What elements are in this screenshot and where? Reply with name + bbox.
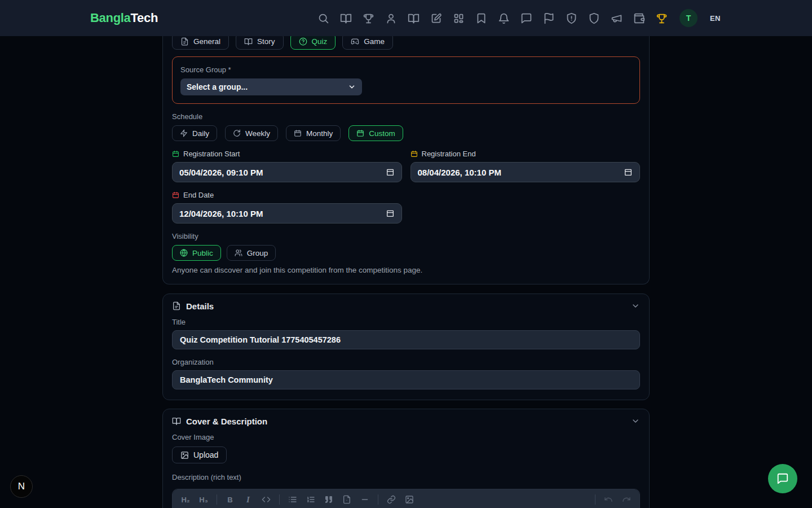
language-selector[interactable]: EN [710, 14, 721, 23]
brand-logo[interactable]: BanglaTech [90, 11, 158, 25]
heading2-button[interactable]: H₂ [177, 492, 194, 507]
title-value: Quiz Competition Tutorial 1775405457286 [180, 335, 341, 344]
title-input[interactable]: Quiz Competition Tutorial 1775405457286 [172, 330, 640, 349]
schedule-daily-label: Daily [192, 129, 209, 138]
calendar-icon [294, 129, 302, 137]
registration-start-input[interactable]: 05/04/2026, 09:10 PM [172, 162, 402, 182]
title-label: Title [172, 318, 640, 326]
chat-bubble-icon [776, 472, 789, 485]
globe-icon [180, 249, 188, 257]
file-text-icon [172, 301, 181, 310]
code-block-button[interactable] [338, 492, 355, 507]
schedule-custom-button[interactable]: Custom [348, 125, 403, 141]
ordered-list-button[interactable] [302, 492, 319, 507]
calendar-icon [411, 150, 418, 157]
date-picker-icon[interactable] [386, 168, 395, 177]
organization-input[interactable]: BanglaTech Community [172, 370, 640, 389]
source-group-error-box: Source Group * Select a group... [172, 56, 640, 104]
undo-button[interactable] [600, 492, 617, 507]
visibility-public-button[interactable]: Public [172, 245, 221, 261]
registration-end-value: 08/04/2026, 10:10 PM [418, 168, 501, 177]
end-date-input[interactable]: 12/04/2026, 10:10 PM [172, 203, 402, 224]
tab-story-label: Story [257, 37, 275, 46]
date-picker-icon[interactable] [624, 168, 633, 177]
visibility-label: Visibility [172, 232, 640, 240]
shield-icon[interactable] [588, 12, 600, 24]
details-section-header[interactable]: Details [172, 294, 640, 318]
trophy-active-icon[interactable] [656, 12, 668, 24]
details-card: Details Title Quiz Competition Tutorial … [162, 294, 650, 400]
chat-fab-button[interactable] [768, 464, 797, 493]
chevron-down-icon[interactable] [631, 417, 640, 426]
schedule-custom-label: Custom [369, 129, 395, 138]
registration-start-value: 05/04/2026, 09:10 PM [179, 168, 263, 177]
registration-end-input[interactable]: 08/04/2026, 10:10 PM [411, 162, 641, 182]
upload-button-label: Upload [193, 450, 218, 459]
navbar-icons: T EN [317, 9, 721, 27]
link-button[interactable] [383, 492, 400, 507]
library-icon[interactable] [408, 12, 420, 24]
source-group-select[interactable]: Select a group... [180, 78, 362, 95]
schedule-daily-button[interactable]: Daily [172, 125, 217, 141]
main-content: General Story Quiz Game Source Group * S… [162, 0, 650, 508]
shield-alert-icon[interactable] [566, 12, 577, 24]
refresh-icon [233, 129, 241, 137]
heading3-button[interactable]: H₃ [195, 492, 212, 507]
schedule-monthly-button[interactable]: Monthly [286, 125, 341, 141]
book-open-icon [172, 417, 181, 426]
bold-button[interactable]: B [222, 492, 239, 507]
layout-grid-icon[interactable] [453, 12, 465, 24]
calendar-icon [172, 150, 179, 157]
tab-quiz-label: Quiz [312, 37, 328, 46]
cover-description-card: Cover & Description Cover Image Upload D… [162, 409, 650, 508]
chevron-down-icon[interactable] [631, 301, 640, 310]
brand-logo-part1: Bangla [90, 11, 131, 25]
schedule-weekly-button[interactable]: Weekly [225, 125, 278, 141]
bell-icon[interactable] [498, 12, 510, 24]
cover-section-header[interactable]: Cover & Description [172, 409, 640, 433]
tab-general-label: General [193, 37, 220, 46]
redo-button[interactable] [618, 492, 635, 507]
end-date-label: End Date [183, 191, 214, 199]
tab-game-label: Game [364, 37, 385, 46]
search-icon[interactable] [317, 12, 329, 24]
visibility-group-button[interactable]: Group [227, 245, 276, 261]
brand-logo-part2: Tech [131, 11, 158, 25]
registration-dates-row: Registration Start 05/04/2026, 09:10 PM … [172, 150, 640, 182]
schedule-options: Daily Weekly Monthly Custom [172, 125, 640, 141]
wallet-icon[interactable] [633, 12, 645, 24]
chat-icon[interactable] [520, 12, 532, 24]
code-button[interactable] [258, 492, 275, 507]
user-avatar[interactable]: T [679, 9, 698, 27]
zap-icon [180, 129, 188, 137]
top-navbar: BanglaTech [0, 0, 812, 36]
megaphone-icon[interactable] [611, 12, 623, 24]
bullet-list-button[interactable] [284, 492, 301, 507]
toolbar-divider [595, 494, 595, 505]
end-date-row: End Date 12/04/2026, 10:10 PM [172, 191, 640, 224]
edit-icon[interactable] [430, 12, 442, 24]
italic-button[interactable]: I [240, 492, 257, 507]
date-picker-icon[interactable] [386, 209, 395, 218]
book-open-icon[interactable] [340, 12, 352, 24]
gamepad-icon [351, 37, 359, 46]
source-group-label: Source Group * [180, 65, 632, 74]
nextjs-dev-badge[interactable]: N [10, 475, 33, 498]
flag-icon[interactable] [543, 12, 555, 24]
image-icon [180, 451, 189, 459]
blockquote-button[interactable] [320, 492, 337, 507]
users-icon [235, 249, 242, 257]
details-section-title: Details [186, 301, 214, 311]
horizontal-rule-button[interactable] [356, 492, 373, 507]
chevron-down-icon [348, 83, 356, 91]
source-group-selected-value: Select a group... [187, 82, 248, 91]
registration-start-label: Registration Start [183, 150, 240, 158]
insert-image-button[interactable] [401, 492, 418, 507]
schedule-weekly-label: Weekly [245, 129, 270, 138]
visibility-helper-text: Anyone can discover and join this compet… [172, 266, 640, 274]
bookmark-icon[interactable] [475, 12, 487, 24]
upload-button[interactable]: Upload [172, 446, 227, 463]
user-icon[interactable] [385, 12, 397, 24]
toolbar-divider [279, 494, 280, 505]
trophy-icon[interactable] [363, 12, 374, 24]
